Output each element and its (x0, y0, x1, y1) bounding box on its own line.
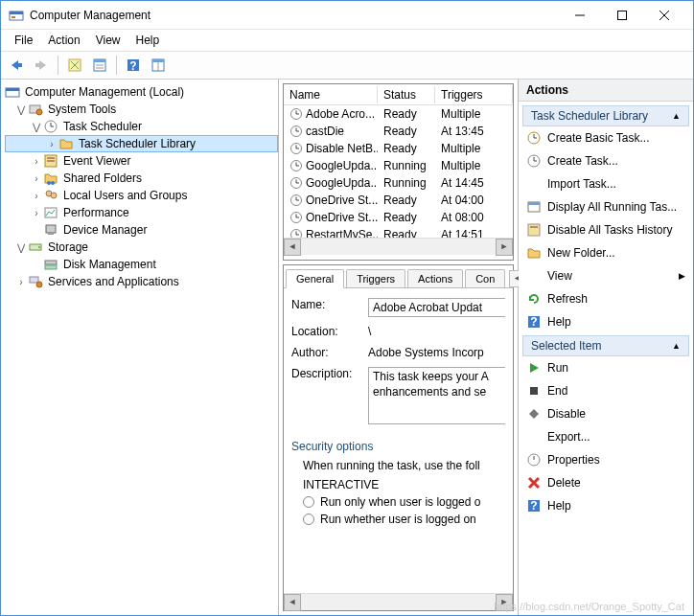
folder-icon (526, 245, 542, 261)
menu-view[interactable]: View (88, 32, 128, 49)
tree-local-users[interactable]: › Local Users and Groups (5, 187, 278, 204)
properties-button[interactable] (88, 54, 111, 77)
svg-point-30 (51, 181, 55, 185)
tree-shared-folders[interactable]: › Shared Folders (5, 170, 278, 187)
action-properties[interactable]: Properties (522, 448, 689, 471)
menu-action[interactable]: Action (40, 32, 87, 49)
scroll-right-button[interactable]: ► (496, 239, 513, 256)
tab-general[interactable]: General (286, 269, 344, 288)
expand-icon[interactable]: › (30, 154, 43, 168)
disable-icon (526, 406, 542, 422)
close-button[interactable] (643, 1, 685, 30)
tab-conditions[interactable]: Con (465, 269, 505, 287)
expand-icon[interactable]: ⋁ (14, 240, 28, 254)
scroll-left-button[interactable]: ◄ (284, 239, 301, 256)
back-button[interactable] (5, 54, 28, 77)
expand-icon[interactable]: › (45, 137, 58, 150)
collapse-icon: ▲ (672, 341, 681, 351)
task-row[interactable]: OneDrive St...ReadyAt 04:00 (284, 192, 513, 209)
clock-icon (289, 176, 303, 190)
task-row[interactable]: GoogleUpda...RunningMultiple (284, 157, 513, 174)
task-row[interactable]: Disable NetB...ReadyMultiple (284, 140, 513, 157)
action-run[interactable]: Run (522, 356, 689, 379)
tree-performance[interactable]: › Performance (5, 204, 278, 221)
action-end[interactable]: End (522, 379, 689, 402)
tree-task-scheduler[interactable]: ⋁ Task Scheduler (5, 118, 278, 135)
tree-event-viewer[interactable]: › Event Viewer (5, 152, 278, 170)
action-disable[interactable]: Disable (522, 402, 689, 425)
show-hide-tree-button[interactable] (63, 54, 86, 77)
action-create-basic-task[interactable]: Create Basic Task... (522, 126, 689, 149)
field-name[interactable]: Adobe Acrobat Updat (368, 298, 505, 317)
task-row[interactable]: OneDrive St...ReadyAt 08:00 (284, 209, 513, 226)
action-new-folder[interactable]: New Folder... (522, 241, 689, 264)
list-header[interactable]: Name Status Triggers (284, 84, 513, 105)
tree-services-apps[interactable]: › Services and Applications (5, 273, 278, 290)
action-import-task[interactable]: Import Task... (522, 172, 689, 195)
svg-text:?: ? (129, 59, 136, 73)
expand-icon[interactable]: › (14, 275, 28, 288)
expand-icon[interactable]: › (30, 171, 43, 185)
svg-text:?: ? (530, 315, 537, 329)
tree-system-tools[interactable]: ⋁ System Tools (5, 101, 278, 118)
tab-triggers[interactable]: Triggers (346, 269, 405, 287)
menu-help[interactable]: Help (128, 32, 168, 49)
actions-group-selected[interactable]: Selected Item▲ (522, 335, 689, 356)
expand-icon[interactable]: › (30, 206, 43, 219)
minimize-button[interactable] (559, 1, 601, 30)
console-tree[interactable]: Computer Management (Local) ⋁ System Too… (1, 80, 279, 615)
forward-button[interactable] (30, 54, 53, 77)
tree-storage[interactable]: ⋁ Storage (5, 239, 278, 256)
expand-icon[interactable]: ⋁ (14, 103, 28, 116)
action-help[interactable]: ?Help (522, 310, 689, 333)
view-button-tb[interactable] (147, 54, 170, 77)
tree-device-manager[interactable]: Device Manager (5, 221, 278, 239)
tab-actions[interactable]: Actions (407, 269, 463, 287)
scroll-left-button[interactable]: ◄ (284, 594, 301, 611)
col-status[interactable]: Status (378, 86, 435, 103)
clock-icon (289, 159, 303, 172)
radio-logged-on[interactable]: Run only when user is logged o (303, 495, 505, 509)
expand-icon[interactable]: ⋁ (30, 120, 43, 133)
task-row[interactable]: GoogleUpda...RunningAt 14:45 (284, 174, 513, 192)
action-display-running[interactable]: Display All Running Tas... (522, 195, 689, 218)
help-button-tb[interactable]: ? (122, 54, 145, 77)
actions-group-library[interactable]: Task Scheduler Library▲ (522, 105, 689, 126)
submenu-arrow-icon: ▶ (679, 271, 685, 281)
expand-icon[interactable]: › (30, 189, 43, 202)
radio-logged-on-or-not[interactable]: Run whether user is logged on (303, 513, 505, 526)
tree-disk-management[interactable]: Disk Management (5, 256, 278, 273)
task-row[interactable]: castDieReadyAt 13:45 (284, 123, 513, 140)
svg-point-29 (47, 181, 51, 185)
field-description[interactable]: This task keeps your A enhancements and … (368, 367, 505, 424)
maximize-button[interactable] (601, 1, 643, 30)
action-create-task[interactable]: Create Task... (522, 149, 689, 172)
col-triggers[interactable]: Triggers (435, 86, 513, 103)
action-help-2[interactable]: ?Help (522, 494, 689, 517)
field-author: Adobe Systems Incorp (368, 346, 505, 359)
detail-tabs: General Triggers Actions Con ◄ ► (284, 265, 513, 288)
menu-file[interactable]: File (7, 32, 40, 49)
svg-point-22 (36, 109, 42, 115)
clock-icon (289, 211, 303, 224)
tree-root[interactable]: Computer Management (Local) (5, 83, 278, 101)
detail-scrollbar[interactable]: ◄ ► (284, 593, 513, 610)
app-icon (9, 8, 24, 23)
tree-task-scheduler-library[interactable]: › Task Scheduler Library (5, 135, 278, 152)
task-list[interactable]: Name Status Triggers Adobe Acro...ReadyM… (283, 83, 514, 261)
task-row[interactable]: RestartMySe...ReadyAt 14:51 (284, 226, 513, 238)
security-options-title: Security options (291, 440, 505, 453)
action-delete[interactable]: Delete (522, 471, 689, 494)
action-export[interactable]: Export... (522, 425, 689, 448)
list-scrollbar[interactable]: ◄ ► (284, 238, 513, 255)
action-view[interactable]: View▶ (522, 264, 689, 287)
label-location: Location: (291, 325, 368, 338)
action-disable-history[interactable]: Disable All Tasks History (522, 218, 689, 241)
actions-pane: Actions Task Scheduler Library▲ Create B… (519, 80, 693, 615)
col-name[interactable]: Name (284, 86, 378, 103)
action-refresh[interactable]: Refresh (522, 287, 689, 310)
svg-rect-1 (10, 11, 23, 14)
task-row[interactable]: Adobe Acro...ReadyMultiple (284, 105, 513, 123)
delete-icon (526, 475, 542, 491)
create-basic-task-icon (526, 130, 542, 146)
